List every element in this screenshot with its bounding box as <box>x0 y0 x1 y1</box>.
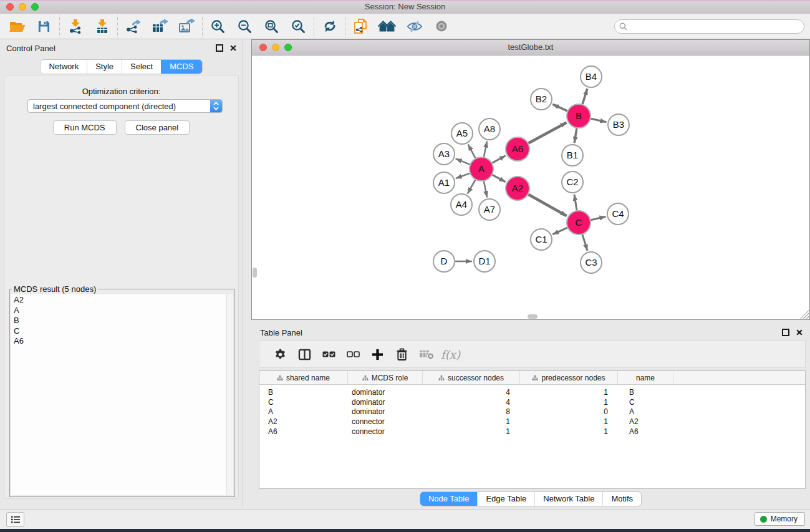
graph-node-A2[interactable]: A2 <box>506 177 529 200</box>
zoom-selected-button[interactable] <box>285 15 312 38</box>
graph-node-C3[interactable]: C3 <box>581 252 602 273</box>
graph-node-C2[interactable]: C2 <box>562 172 583 193</box>
add-column-button[interactable] <box>365 343 390 365</box>
graph-node-C[interactable]: C <box>567 211 591 235</box>
close-table-panel-icon[interactable] <box>796 329 803 336</box>
graph-edge-A-A6[interactable] <box>493 156 506 163</box>
graph-node-A6[interactable]: A6 <box>506 137 529 161</box>
graph-edge-A-A8[interactable] <box>484 142 487 157</box>
graph-node-A3[interactable]: A3 <box>433 143 455 165</box>
column-header-shared-name[interactable]: shared name <box>259 371 348 384</box>
import-table-button[interactable] <box>89 15 115 38</box>
network-canvas[interactable]: AA1A2A3A4A5A6A7A8BB1B2B3B4CC1C2C3C4DD1 <box>252 56 809 319</box>
show-hidden-button[interactable] <box>428 15 455 38</box>
graph-edge-B-B2[interactable] <box>552 104 567 111</box>
refresh-layout-button[interactable] <box>316 15 343 38</box>
network-window-titlebar[interactable]: testGlobe.txt <box>252 40 809 56</box>
graph-node-C4[interactable]: C4 <box>607 203 629 225</box>
graph-node-B1[interactable]: B1 <box>562 145 583 166</box>
select-all-button[interactable] <box>317 343 341 365</box>
graph-edge-A-A7[interactable] <box>484 181 487 198</box>
tab-edge-table[interactable]: Edge Table <box>477 492 534 506</box>
table-settings-button[interactable] <box>268 343 292 365</box>
mcds-result-item[interactable]: A6 <box>11 336 226 347</box>
graph-edge-C-C1[interactable] <box>552 228 567 235</box>
tab-motifs[interactable]: Motifs <box>602 492 641 506</box>
tab-node-table[interactable]: Node Table <box>420 492 478 506</box>
graph-edge-C-C4[interactable] <box>591 216 606 220</box>
export-table-button[interactable] <box>147 15 173 38</box>
save-session-button[interactable] <box>31 15 57 38</box>
memory-button[interactable]: Memory <box>755 512 805 526</box>
graph-edge-B-B4[interactable] <box>582 89 587 104</box>
node-table[interactable]: shared nameMCDS rolesuccessor nodesprede… <box>259 370 806 489</box>
tab-style[interactable]: Style <box>87 60 122 74</box>
mcds-result-item[interactable]: A <box>11 306 226 316</box>
network-maximize-button[interactable] <box>284 44 292 51</box>
float-panel-icon[interactable] <box>216 44 223 52</box>
graph-node-A[interactable]: A <box>470 157 493 181</box>
column-header-predecessor-nodes[interactable]: predecessor nodes <box>520 371 618 384</box>
graph-node-D1[interactable]: D1 <box>474 251 495 272</box>
graph-edge-A-A4[interactable] <box>468 180 475 193</box>
go-home-button[interactable] <box>374 15 401 38</box>
table-row[interactable]: A2connector11A2 <box>259 417 805 427</box>
graph-node-A5[interactable]: A5 <box>451 123 473 144</box>
vertical-scrollbar-thumb[interactable] <box>253 268 257 278</box>
export-image-button[interactable] <box>173 15 200 38</box>
criterion-select[interactable]: largest connected component (directed) <box>27 99 223 113</box>
float-table-panel-icon[interactable] <box>782 329 789 336</box>
graph-edge-A6-B[interactable] <box>529 123 567 143</box>
maximize-window-button[interactable] <box>31 3 39 11</box>
delete-column-button[interactable] <box>390 343 414 365</box>
zoom-fit-button[interactable] <box>258 15 285 38</box>
import-network-button[interactable] <box>62 15 89 38</box>
run-mcds-button[interactable]: Run MCDS <box>53 120 117 135</box>
tab-mcds[interactable]: MCDS <box>161 60 201 74</box>
mcds-result-item[interactable]: A2 <box>11 295 226 306</box>
network-graph[interactable]: AA1A2A3A4A5A6A7A8BB1B2B3B4CC1C2C3C4DD1 <box>252 56 809 320</box>
network-minimize-button[interactable] <box>272 44 279 51</box>
function-builder-button[interactable]: f(x) <box>438 343 463 365</box>
column-header-successor-nodes[interactable]: successor nodes <box>423 371 520 384</box>
network-close-button[interactable] <box>259 44 267 51</box>
mcds-result-item[interactable]: B <box>11 316 226 326</box>
table-row[interactable]: Cdominator41C <box>259 397 805 407</box>
result-scrollbar[interactable] <box>227 294 233 495</box>
show-column-button[interactable] <box>292 343 317 365</box>
graph-edge-A-A2[interactable] <box>493 175 506 181</box>
graph-node-B3[interactable]: B3 <box>608 114 629 135</box>
panel-menu-button[interactable] <box>6 512 24 527</box>
zoom-out-button[interactable] <box>231 15 258 38</box>
graph-edge-C-C3[interactable] <box>582 235 587 251</box>
graph-node-B2[interactable]: B2 <box>531 89 552 110</box>
close-panel-icon[interactable] <box>230 45 236 51</box>
graph-node-A1[interactable]: A1 <box>433 172 455 193</box>
deselect-all-button[interactable] <box>341 343 365 365</box>
export-network-button[interactable] <box>120 15 147 38</box>
graph-edge-B-B1[interactable] <box>574 128 577 143</box>
graph-node-D[interactable]: D <box>433 251 455 272</box>
graph-node-A4[interactable]: A4 <box>451 194 472 215</box>
table-row[interactable]: A6connector11A6 <box>259 427 805 437</box>
clone-network-button[interactable] <box>347 15 374 38</box>
table-row[interactable]: Bdominator41B <box>259 387 805 397</box>
column-header-mcds-role[interactable]: MCDS role <box>348 371 423 384</box>
column-header-name[interactable]: name <box>618 371 673 384</box>
graph-edge-C-C2[interactable] <box>574 195 577 210</box>
graph-node-B[interactable]: B <box>567 104 591 128</box>
graph-edge-A-A3[interactable] <box>456 158 470 164</box>
open-file-button[interactable] <box>4 15 31 38</box>
horizontal-scrollbar-thumb[interactable] <box>528 314 538 319</box>
graph-edge-A2-C[interactable] <box>528 195 566 216</box>
hide-unselected-button[interactable] <box>401 15 428 38</box>
graph-node-A8[interactable]: A8 <box>479 118 500 140</box>
graph-edge-A-A5[interactable] <box>468 145 476 158</box>
graph-edge-B-B3[interactable] <box>591 118 607 122</box>
tab-network-table[interactable]: Network Table <box>534 492 602 506</box>
delete-table-button[interactable] <box>414 343 438 365</box>
graph-node-A7[interactable]: A7 <box>479 199 500 220</box>
graph-node-C1[interactable]: C1 <box>531 229 552 250</box>
search-input[interactable] <box>627 21 804 32</box>
close-panel-button[interactable]: Close panel <box>125 120 190 135</box>
